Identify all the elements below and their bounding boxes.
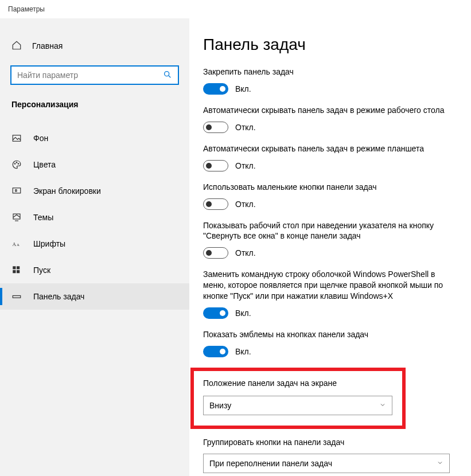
setting-label: Закрепить панель задач [203,67,456,77]
toggle-state: Вкл. [235,347,251,356]
setting-powershell: Заменить командную строку оболочкой Wind… [203,269,457,319]
window-titlebar: Параметры [0,0,471,18]
setting-peek-desktop: Показывать рабочий стол при наведении ук… [203,220,457,259]
setting-grouping: Группировать кнопки на панели задач При … [203,437,457,473]
toggle-state: Откл. [235,123,256,132]
lockscreen-icon [11,186,22,196]
sidebar: Главная Персонализация Фон Цвета [0,18,189,476]
toggle-lock-taskbar[interactable] [203,83,228,95]
setting-label: Использовать маленькие кнопки панели зад… [203,182,456,193]
highlight-box: Положение панели задач на экране Внизу [190,368,406,429]
svg-rect-16 [13,296,21,298]
setting-label: Группировать кнопки на панели задач [203,437,456,448]
sidebar-item-label: Фон [33,134,48,143]
sidebar-item-lockscreen[interactable]: Экран блокировки [0,178,189,204]
sidebar-item-label: Пуск [33,266,50,275]
sidebar-item-label: Экран блокировки [33,186,101,196]
category-label: Персонализация [0,88,189,115]
dropdown-taskbar-position[interactable]: Внизу [203,396,392,415]
toggle-small-buttons[interactable] [203,198,228,210]
svg-point-0 [165,71,169,76]
setting-autohide-tablet: Автоматически скрывать панель задач в ре… [203,143,457,171]
setting-small-buttons: Использовать маленькие кнопки панели зад… [203,182,457,210]
toggle-badges[interactable] [203,346,228,357]
search-icon [163,70,172,81]
content-pane: Панель задач Закрепить панель задач Вкл.… [189,18,471,476]
svg-line-1 [169,76,170,77]
toggle-state: Откл. [235,248,256,257]
home-icon [11,40,22,52]
chevron-down-icon [379,401,386,410]
setting-label: Показывать рабочий стол при наведении ук… [203,220,456,242]
sidebar-item-label: Цвета [33,160,56,169]
home-button[interactable]: Главная [0,34,189,57]
sidebar-item-background[interactable]: Фон [0,125,189,151]
setting-label: Положение панели задач на экране [203,378,393,389]
page-title: Панель задач [203,36,457,54]
start-icon [11,265,22,275]
svg-point-4 [16,162,17,163]
svg-point-3 [14,163,15,165]
dropdown-value: Внизу [209,401,231,410]
search-input[interactable] [17,71,163,80]
home-label: Главная [32,41,63,50]
svg-rect-15 [17,270,20,273]
fonts-icon: AA [11,239,22,249]
sidebar-item-fonts[interactable]: AA Шрифты [0,231,189,257]
toggle-autohide-desktop[interactable] [203,122,228,133]
dropdown-grouping[interactable]: При переполнении панели задач [203,454,450,473]
picture-icon [11,133,22,143]
toggle-state: Откл. [235,200,256,209]
setting-badges: Показать эмблемы на кнопках панели задач… [203,329,457,357]
svg-text:A: A [13,241,17,247]
sidebar-item-label: Шрифты [33,239,65,248]
svg-rect-14 [13,270,15,273]
setting-label: Заменить командную строку оболочкой Wind… [203,269,456,302]
sidebar-item-colors[interactable]: Цвета [0,151,189,178]
setting-label: Автоматически скрывать панель задач в ре… [203,105,456,116]
sidebar-item-taskbar[interactable]: Панель задач [0,283,189,310]
main-area: Главная Персонализация Фон Цвета [0,18,471,476]
setting-lock-taskbar: Закрепить панель задач Вкл. [203,67,457,95]
setting-autohide-desktop: Автоматически скрывать панель задач в ре… [203,105,457,133]
nav-list: Фон Цвета Экран блокировки Темы [0,125,189,310]
svg-rect-7 [15,190,17,192]
svg-point-5 [18,163,19,165]
toggle-state: Откл. [235,161,256,170]
sidebar-item-label: Панель задач [33,292,84,301]
toggle-peek-desktop[interactable] [203,247,228,259]
toggle-powershell[interactable] [203,307,228,319]
svg-rect-12 [13,266,15,269]
sidebar-item-start[interactable]: Пуск [0,257,189,283]
dropdown-value: При переполнении панели задач [209,459,332,468]
toggle-state: Вкл. [235,309,251,318]
search-box[interactable] [10,65,179,85]
sidebar-item-themes[interactable]: Темы [0,204,189,231]
themes-icon [11,212,22,223]
toggle-autohide-tablet[interactable] [203,160,228,171]
svg-rect-13 [17,266,20,269]
setting-label: Показать эмблемы на кнопках панели задач [203,329,456,340]
toggle-state: Вкл. [235,84,251,93]
setting-label: Автоматически скрывать панель задач в ре… [203,143,456,154]
taskbar-icon [11,291,22,302]
window-title: Параметры [8,5,45,13]
sidebar-item-label: Темы [33,213,53,222]
palette-icon [11,159,22,170]
chevron-down-icon [437,459,443,468]
svg-text:A: A [17,243,20,247]
